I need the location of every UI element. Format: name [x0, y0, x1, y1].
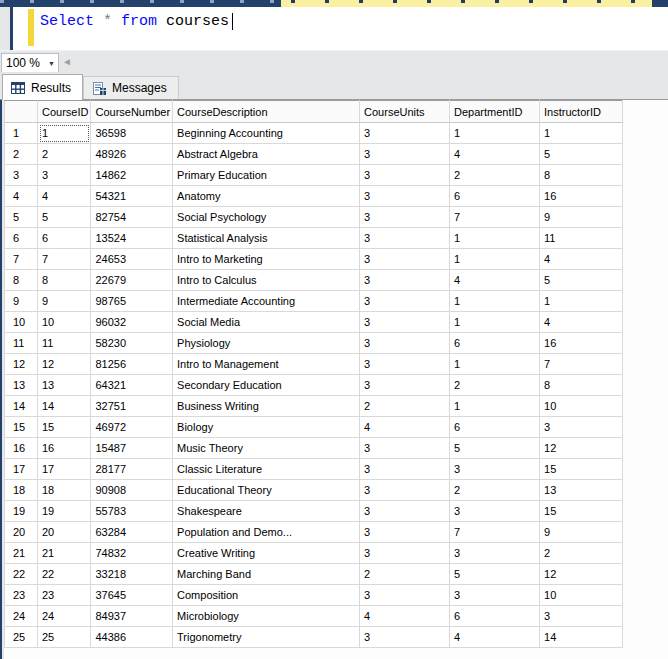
grid-cell[interactable]: 46972	[91, 417, 173, 438]
grid-cell[interactable]: Music Theory	[173, 438, 360, 459]
grid-cell[interactable]: 2	[450, 165, 540, 186]
grid-cell[interactable]: 7	[38, 249, 91, 270]
grid-cell[interactable]: 1	[450, 354, 540, 375]
grid-cell[interactable]: 3	[360, 186, 450, 207]
row-header[interactable]: 24	[5, 606, 38, 627]
grid-cell[interactable]: 5	[450, 438, 540, 459]
grid-cell[interactable]: 24	[38, 606, 91, 627]
grid-cell[interactable]: Intro to Management	[173, 354, 360, 375]
grid-cell[interactable]: 3	[360, 480, 450, 501]
grid-cell[interactable]: Intro to Marketing	[173, 249, 360, 270]
grid-cell[interactable]: 82754	[91, 207, 173, 228]
grid-cell[interactable]: Trigonometry	[173, 627, 360, 648]
grid-cell[interactable]: 8	[540, 375, 623, 396]
grid-cell[interactable]: 15	[540, 459, 623, 480]
grid-cell[interactable]: 16	[540, 186, 623, 207]
grid-cell[interactable]: 10	[540, 396, 623, 417]
grid-cell[interactable]: 3	[360, 585, 450, 606]
grid-cell[interactable]: 25	[38, 627, 91, 648]
row-header[interactable]: 5	[5, 207, 38, 228]
grid-cell[interactable]: 2	[450, 375, 540, 396]
row-header[interactable]: 21	[5, 543, 38, 564]
grid-cell[interactable]: Population and Demo...	[173, 522, 360, 543]
column-header[interactable]: DepartmentID	[450, 101, 540, 123]
grid-cell[interactable]: 54321	[91, 186, 173, 207]
grid-cell[interactable]: 7	[540, 354, 623, 375]
grid-cell[interactable]: 81256	[91, 354, 173, 375]
grid-cell[interactable]: 90908	[91, 480, 173, 501]
grid-cell[interactable]: Classic Literature	[173, 459, 360, 480]
grid-cell[interactable]: 22679	[91, 270, 173, 291]
grid-cell[interactable]: 1	[450, 396, 540, 417]
grid-cell[interactable]: 4	[360, 417, 450, 438]
grid-cell[interactable]: 6	[38, 228, 91, 249]
row-header[interactable]: 2	[5, 144, 38, 165]
grid-cell[interactable]: 15487	[91, 438, 173, 459]
grid-cell[interactable]: 3	[360, 438, 450, 459]
grid-cell[interactable]: 23	[38, 585, 91, 606]
chevron-down-icon[interactable]: ▼	[45, 60, 58, 67]
tab-results[interactable]: Results	[2, 74, 83, 100]
row-header[interactable]: 10	[5, 312, 38, 333]
grid-cell[interactable]: 18	[38, 480, 91, 501]
query-editor[interactable]: Select * from courses	[0, 7, 668, 50]
row-header[interactable]: 14	[5, 396, 38, 417]
grid-cell[interactable]: 33218	[91, 564, 173, 585]
grid-cell[interactable]: 3	[450, 585, 540, 606]
grid-cell[interactable]: 15	[540, 501, 623, 522]
grid-cell[interactable]: Biology	[173, 417, 360, 438]
grid-cell[interactable]: 3	[360, 333, 450, 354]
grid-cell[interactable]: 1	[450, 228, 540, 249]
grid-cell[interactable]: 6	[450, 333, 540, 354]
row-header[interactable]: 3	[5, 165, 38, 186]
grid-cell[interactable]: Physiology	[173, 333, 360, 354]
row-header[interactable]: 20	[5, 522, 38, 543]
grid-cell[interactable]: 4	[450, 270, 540, 291]
grid-cell[interactable]: 5	[38, 207, 91, 228]
grid-cell[interactable]: 2	[38, 144, 91, 165]
row-header[interactable]: 7	[5, 249, 38, 270]
grid-cell[interactable]: 3	[540, 606, 623, 627]
grid-cell[interactable]: Statistical Analysis	[173, 228, 360, 249]
grid-cell[interactable]: 12	[38, 354, 91, 375]
grid-cell[interactable]: Microbiology	[173, 606, 360, 627]
grid-cell[interactable]: Abstract Algebra	[173, 144, 360, 165]
grid-cell[interactable]: 12	[540, 564, 623, 585]
grid-cell[interactable]: 55783	[91, 501, 173, 522]
grid-cell[interactable]: 3	[360, 522, 450, 543]
grid-cell[interactable]: 2	[360, 564, 450, 585]
grid-cell[interactable]: 16	[540, 333, 623, 354]
grid-cell[interactable]: 6	[450, 606, 540, 627]
grid-cell[interactable]: 3	[360, 459, 450, 480]
grid-cell[interactable]: 3	[540, 417, 623, 438]
grid-cell[interactable]: 3	[360, 291, 450, 312]
inactive-document-tabs[interactable]	[0, 0, 281, 7]
column-header[interactable]: CourseID	[38, 101, 91, 123]
grid-cell[interactable]: Business Writing	[173, 396, 360, 417]
grid-cell[interactable]: 3	[360, 375, 450, 396]
row-header[interactable]: 22	[5, 564, 38, 585]
grid-cell[interactable]: 4	[540, 312, 623, 333]
row-header[interactable]: 6	[5, 228, 38, 249]
grid-cell[interactable]: 16	[38, 438, 91, 459]
select-all-corner[interactable]	[5, 101, 38, 123]
grid-cell[interactable]: 13524	[91, 228, 173, 249]
grid-cell[interactable]: 1	[38, 123, 91, 144]
grid-cell[interactable]: 7	[450, 207, 540, 228]
grid-cell[interactable]: 36598	[91, 123, 173, 144]
grid-cell[interactable]: 10	[540, 585, 623, 606]
grid-cell[interactable]: Composition	[173, 585, 360, 606]
row-header[interactable]: 17	[5, 459, 38, 480]
column-header[interactable]: CourseUnits	[360, 101, 450, 123]
grid-cell[interactable]: 1	[540, 123, 623, 144]
row-header[interactable]: 16	[5, 438, 38, 459]
grid-cell[interactable]: 1	[450, 291, 540, 312]
grid-cell[interactable]: 12	[540, 438, 623, 459]
grid-cell[interactable]: 20	[38, 522, 91, 543]
row-header[interactable]: 19	[5, 501, 38, 522]
grid-cell[interactable]: 2	[360, 396, 450, 417]
grid-cell[interactable]: 5	[450, 564, 540, 585]
grid-cell[interactable]: Beginning Accounting	[173, 123, 360, 144]
row-header[interactable]: 11	[5, 333, 38, 354]
row-header[interactable]: 25	[5, 627, 38, 648]
